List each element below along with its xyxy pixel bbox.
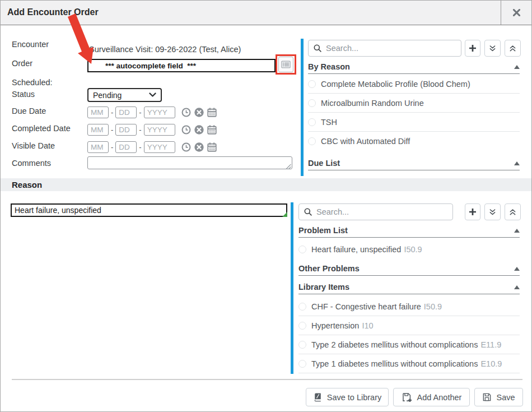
- completed-date-day-input[interactable]: [115, 124, 137, 136]
- due-date-label: Due Date: [12, 107, 46, 115]
- reason-section-header: Reason: [1, 178, 532, 191]
- due-date-row: - -: [87, 106, 217, 118]
- status-selected-value: Pending: [93, 91, 122, 100]
- completed-date-calendar-button[interactable]: [207, 124, 217, 135]
- completed-date-label: Completed Date: [12, 124, 71, 133]
- order-list-picker-button[interactable]: [278, 57, 293, 72]
- scheduled-label: Scheduled:: [12, 78, 53, 87]
- radio-icon[interactable]: [308, 80, 316, 88]
- visible-date-day-input[interactable]: [115, 141, 137, 153]
- clock-icon: [181, 142, 192, 152]
- due-date-day-input[interactable]: [115, 107, 137, 118]
- list-item[interactable]: Heart failure, unspecified I50.9: [298, 240, 520, 258]
- double-chevron-down-icon: [488, 208, 497, 216]
- diagnosis-code: E10.9: [480, 359, 502, 368]
- due-date-calendar-button[interactable]: [207, 107, 217, 118]
- list-item[interactable]: Complete Metabolic Profile (Blood Chem): [308, 75, 520, 94]
- radio-icon[interactable]: [298, 246, 306, 253]
- list-item[interactable]: Type 1 diabetes mellitus without complic…: [298, 354, 520, 373]
- radio-icon[interactable]: [298, 360, 306, 368]
- visible-date-year-input[interactable]: [144, 141, 175, 153]
- double-chevron-down-icon: [488, 44, 497, 53]
- reason-search-input[interactable]: [316, 207, 448, 216]
- status-select[interactable]: Pending: [87, 88, 162, 102]
- reason-add-button[interactable]: [465, 203, 480, 220]
- completed-date-year-input[interactable]: [144, 124, 175, 136]
- order-collapse-all-button[interactable]: [505, 40, 521, 57]
- list-item[interactable]: CBC with Automated Diff: [308, 132, 520, 151]
- diagnosis-code: E11.9: [480, 340, 501, 349]
- visible-date-row: - -: [87, 141, 217, 153]
- list-item[interactable]: Hypertension I10: [298, 316, 520, 335]
- diagnosis-code: I50.9: [424, 302, 442, 311]
- book-icon: [313, 392, 323, 402]
- clock-icon: [181, 107, 192, 118]
- visible-date-time-button[interactable]: [181, 142, 192, 152]
- completed-date-clear-button[interactable]: [194, 124, 204, 135]
- close-icon: [513, 9, 520, 16]
- double-chevron-up-icon: [508, 44, 517, 53]
- order-add-button[interactable]: [465, 40, 480, 57]
- dialog-title: Add Encounter Order: [7, 7, 99, 17]
- completed-date-time-button[interactable]: [181, 124, 192, 135]
- clock-icon: [181, 124, 192, 135]
- calendar-icon: [207, 124, 217, 135]
- reason-input[interactable]: [11, 203, 287, 217]
- due-date-month-input[interactable]: [87, 107, 109, 118]
- order-autocomplete-input[interactable]: [87, 59, 276, 72]
- list-item[interactable]: CHF - Congestive heart failure I50.9: [298, 297, 520, 316]
- section-header-problem-list[interactable]: Problem List: [298, 224, 520, 238]
- dialog-titlebar: Add Encounter Order: [1, 1, 531, 25]
- visible-date-clear-button[interactable]: [194, 142, 204, 152]
- diagnosis-code: I10: [362, 321, 373, 330]
- list-item[interactable]: TSH: [308, 113, 520, 132]
- search-icon: [313, 44, 322, 53]
- section-header-due-list[interactable]: Due List: [308, 156, 520, 170]
- visible-date-month-input[interactable]: [87, 141, 109, 153]
- save-plus-icon: [402, 392, 413, 402]
- list-icon: [281, 61, 291, 68]
- section-header-other-problems[interactable]: Other Problems: [298, 262, 520, 276]
- radio-icon[interactable]: [308, 137, 316, 145]
- save-button[interactable]: Save: [474, 388, 523, 406]
- add-encounter-order-dialog: Add Encounter Order Encounter Order Sche…: [0, 0, 532, 412]
- section-header-library-items[interactable]: Library Items: [298, 280, 520, 294]
- accent-bar-top: [301, 39, 304, 176]
- radio-icon[interactable]: [308, 99, 316, 107]
- search-icon: [304, 207, 312, 216]
- radio-icon[interactable]: [298, 341, 306, 349]
- list-item[interactable]: Microalbumin Random Urine: [308, 94, 520, 113]
- clear-circle-icon: [194, 124, 204, 135]
- encounter-label: Encounter: [12, 40, 49, 49]
- reason-expand-all-button[interactable]: [484, 203, 501, 220]
- due-date-clear-button[interactable]: [194, 107, 204, 118]
- completed-date-month-input[interactable]: [87, 124, 109, 136]
- radio-icon[interactable]: [298, 322, 306, 330]
- status-label: Status: [12, 90, 35, 99]
- double-chevron-up-icon: [508, 208, 517, 216]
- visible-date-calendar-button[interactable]: [207, 142, 217, 152]
- radio-icon[interactable]: [298, 303, 306, 311]
- reason-section-title: Reason: [12, 180, 42, 189]
- plus-icon: [468, 207, 477, 216]
- add-another-button[interactable]: Add Another: [393, 388, 470, 406]
- save-to-library-button[interactable]: Save to Library: [306, 388, 389, 406]
- visible-date-label: Visible Date: [12, 141, 55, 150]
- order-expand-all-button[interactable]: [484, 40, 501, 57]
- reason-collapse-all-button[interactable]: [505, 203, 521, 220]
- list-item[interactable]: Type 2 diabetes mellitus without complic…: [298, 335, 520, 354]
- close-button[interactable]: [501, 1, 531, 25]
- due-date-time-button[interactable]: [181, 107, 192, 118]
- chevron-down-icon: [149, 92, 156, 98]
- comments-input[interactable]: [87, 156, 292, 169]
- due-date-year-input[interactable]: [144, 107, 175, 118]
- clear-circle-icon: [194, 142, 204, 152]
- order-label: Order: [12, 59, 32, 68]
- radio-icon[interactable]: [308, 118, 316, 126]
- footer-divider: [12, 379, 522, 380]
- clear-circle-icon: [194, 107, 204, 118]
- resize-grip-icon[interactable]: [285, 164, 291, 169]
- accent-bar-bottom: [291, 202, 293, 374]
- section-header-by-reason[interactable]: By Reason: [308, 60, 520, 74]
- order-search-input[interactable]: [326, 44, 456, 53]
